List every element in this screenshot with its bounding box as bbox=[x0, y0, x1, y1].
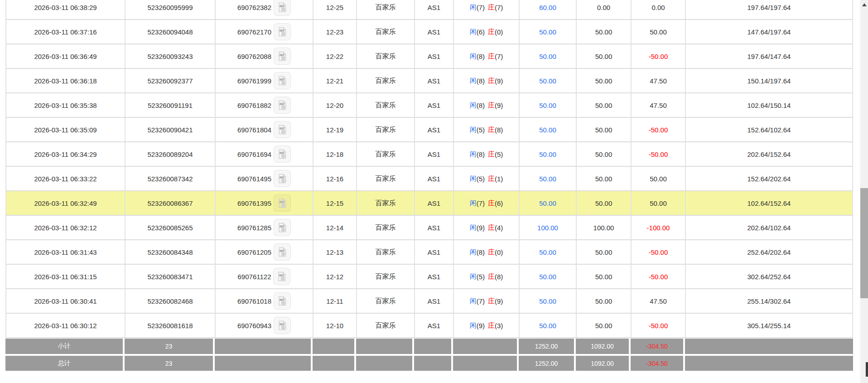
video-replay-button[interactable] bbox=[274, 97, 291, 114]
table-row[interactable]: 2026-03-11 06:35:09 523260090421 6907618… bbox=[5, 118, 853, 142]
table-row[interactable]: 2026-03-11 06:31:15 523260083471 6907611… bbox=[5, 265, 853, 289]
total-win-loss: -304.50 bbox=[631, 356, 685, 371]
cell-bet-amount: 50.00 bbox=[520, 191, 577, 215]
subtotal-valid-amount: 1092.00 bbox=[576, 339, 631, 354]
table-row[interactable]: 2026-03-11 06:31:43 523260084348 6907612… bbox=[5, 240, 853, 265]
round-id-text: 690761804 bbox=[237, 126, 271, 134]
cell-win-loss: 50.00 bbox=[632, 191, 686, 215]
video-replay-button[interactable] bbox=[274, 145, 291, 163]
cell-valid-amount: 50.00 bbox=[577, 167, 632, 190]
cell-bet-time: 2026-03-11 06:32:49 bbox=[6, 191, 125, 215]
cell-round-id: 690761882 bbox=[216, 93, 313, 117]
cell-bet-time: 2026-03-11 06:35:09 bbox=[6, 118, 125, 141]
video-replay-button[interactable] bbox=[274, 48, 291, 65]
round-id-text: 690761495 bbox=[237, 175, 271, 183]
table-row[interactable]: 2026-03-11 06:35:38 523260091191 6907618… bbox=[5, 93, 853, 118]
scrollbar-thumb[interactable] bbox=[860, 188, 868, 298]
cell-bet-time: 2026-03-11 06:33:22 bbox=[6, 167, 125, 190]
cell-bet-amount: 50.00 bbox=[520, 69, 577, 92]
cell-bet-time: 2026-03-11 06:31:15 bbox=[6, 265, 125, 288]
cell-bet-amount: 50.00 bbox=[520, 142, 577, 166]
video-replay-button[interactable] bbox=[273, 268, 290, 285]
round-id-text: 690761122 bbox=[238, 273, 271, 281]
cell-game-result: 闲(9)庄(3) bbox=[454, 314, 520, 337]
outer-scrollbar-fragment[interactable] bbox=[866, 362, 868, 377]
cell-valid-amount: 50.00 bbox=[577, 314, 632, 337]
player-score: (8) bbox=[477, 150, 485, 158]
table-row[interactable]: 2026-03-11 06:32:12 523260085265 6907612… bbox=[5, 216, 853, 240]
cell-bet-amount: 50.00 bbox=[520, 20, 577, 44]
total-count: 23 bbox=[125, 356, 215, 371]
cell-bet-amount: 50.00 bbox=[520, 167, 577, 190]
table-row[interactable]: 2026-03-11 06:36:49 523260093243 6907620… bbox=[5, 44, 853, 69]
cell-game-result: 闲(8)庄(5) bbox=[454, 142, 520, 166]
subtotal-count: 23 bbox=[125, 339, 215, 354]
cell-bet-id: 523260086367 bbox=[125, 191, 216, 215]
total-empty bbox=[414, 356, 453, 371]
cell-balance: 305.14/255.14 bbox=[686, 314, 853, 337]
player-score: (9) bbox=[477, 224, 485, 232]
cell-win-loss: 47.50 bbox=[632, 69, 686, 92]
subtotal-empty bbox=[685, 339, 853, 354]
cell-bet-id: 523260081618 bbox=[125, 314, 216, 337]
banker-label: 庄 bbox=[488, 223, 495, 232]
cell-table-name: AS1 bbox=[415, 265, 454, 288]
cell-table-name: AS1 bbox=[415, 118, 454, 141]
round-id-text: 690762088 bbox=[237, 53, 271, 60]
cell-round-number: 12-18 bbox=[313, 142, 357, 166]
cell-round-id: 690761205 bbox=[216, 240, 313, 264]
cell-game-name: 百家乐 bbox=[357, 93, 415, 117]
total-empty bbox=[313, 356, 356, 371]
cell-bet-id: 523260087342 bbox=[125, 167, 216, 190]
video-replay-button[interactable] bbox=[274, 219, 291, 236]
video-replay-button[interactable] bbox=[274, 317, 291, 334]
cell-round-id: 690761495 bbox=[216, 167, 313, 190]
table-row[interactable]: 2026-03-11 06:38:29 523260095999 6907623… bbox=[5, 0, 853, 20]
subtotal-win-loss: -304.50 bbox=[631, 339, 685, 354]
cell-round-id: 690762170 bbox=[216, 20, 313, 44]
player-score: (7) bbox=[477, 199, 485, 207]
cell-balance: 152.64/102.64 bbox=[686, 118, 853, 141]
cell-round-id: 690761804 bbox=[216, 118, 313, 141]
cell-bet-id: 523260094048 bbox=[125, 20, 216, 44]
banker-score: (9) bbox=[495, 102, 503, 109]
table-row[interactable]: 2026-03-11 06:34:29 523260089204 6907616… bbox=[5, 142, 853, 167]
video-replay-button[interactable] bbox=[274, 194, 291, 212]
table-row[interactable]: 2026-03-11 06:32:49 523260086367 6907613… bbox=[5, 191, 853, 216]
bet-history-screen: 2026-03-11 06:38:29 523260095999 6907623… bbox=[0, 0, 868, 383]
cell-game-result: 闲(8)庄(9) bbox=[454, 93, 520, 117]
cell-win-loss: -50.00 bbox=[632, 314, 686, 337]
cell-game-name: 百家乐 bbox=[357, 216, 415, 239]
cell-bet-id: 523260093243 bbox=[125, 44, 216, 68]
table-row[interactable]: 2026-03-11 06:36:18 523260092377 6907619… bbox=[5, 69, 853, 93]
video-replay-button[interactable] bbox=[274, 243, 291, 261]
subtotal-empty bbox=[313, 339, 356, 354]
video-replay-button[interactable] bbox=[274, 0, 291, 16]
player-label: 闲 bbox=[470, 101, 477, 110]
cell-bet-time: 2026-03-11 06:36:18 bbox=[6, 69, 125, 92]
table-row[interactable]: 2026-03-11 06:30:12 523260081618 6907609… bbox=[5, 314, 853, 338]
table-row[interactable]: 2026-03-11 06:37:16 523260094048 6907621… bbox=[5, 20, 853, 44]
round-id-text: 690761018 bbox=[237, 297, 271, 305]
cell-table-name: AS1 bbox=[415, 314, 454, 337]
player-score: (5) bbox=[477, 175, 485, 183]
cell-bet-id: 523260084348 bbox=[125, 240, 216, 264]
video-replay-button[interactable] bbox=[274, 121, 291, 138]
cell-valid-amount: 50.00 bbox=[577, 289, 632, 313]
vertical-scrollbar[interactable] bbox=[860, 0, 868, 383]
cell-bet-time: 2026-03-11 06:32:12 bbox=[6, 216, 125, 239]
scrollbar-up-arrow-icon[interactable] bbox=[862, 3, 867, 6]
banker-label: 庄 bbox=[488, 101, 495, 110]
video-replay-button[interactable] bbox=[274, 23, 291, 40]
subtotal-empty bbox=[356, 339, 414, 354]
video-replay-button[interactable] bbox=[274, 72, 291, 89]
table-row[interactable]: 2026-03-11 06:30:41 523260082468 6907610… bbox=[5, 289, 853, 314]
video-replay-button[interactable] bbox=[274, 170, 291, 187]
player-label: 闲 bbox=[470, 223, 477, 232]
cell-table-name: AS1 bbox=[415, 142, 454, 166]
player-label: 闲 bbox=[470, 199, 477, 208]
table-row[interactable]: 2026-03-11 06:33:22 523260087342 6907614… bbox=[5, 167, 853, 191]
cell-bet-id: 523260085265 bbox=[125, 216, 216, 239]
video-replay-button[interactable] bbox=[274, 292, 291, 310]
video-camera-icon bbox=[277, 222, 288, 233]
